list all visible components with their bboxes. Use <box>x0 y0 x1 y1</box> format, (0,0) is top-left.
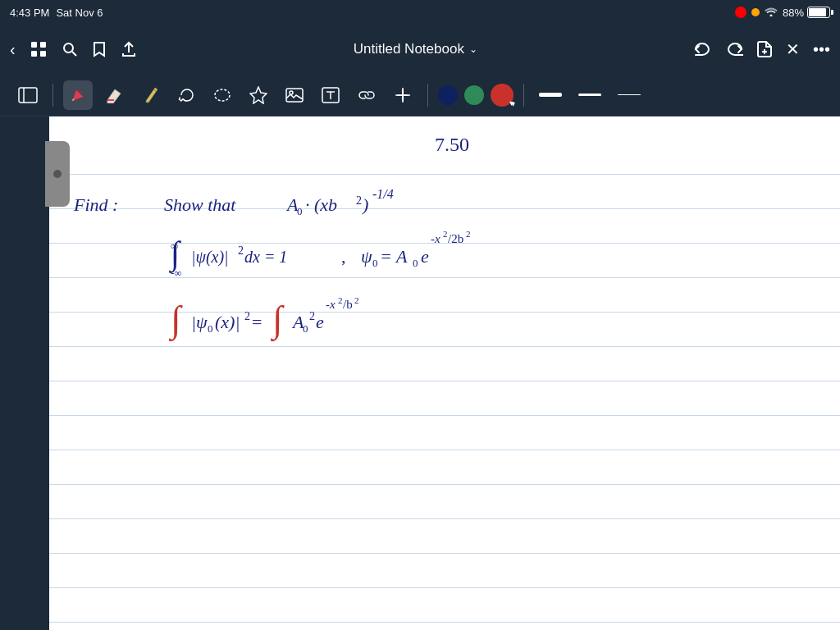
svg-text:2: 2 <box>244 310 250 322</box>
svg-text:=: = <box>252 312 262 332</box>
svg-text:∞: ∞ <box>171 240 178 252</box>
sidebar-toggle-button[interactable] <box>13 80 43 110</box>
svg-rect-1 <box>40 42 46 48</box>
svg-text:-1/4: -1/4 <box>372 187 394 201</box>
status-bar-left: 4:43 PM Sat Nov 6 <box>10 7 103 19</box>
date: Sat Nov 6 <box>56 7 103 19</box>
selection-tool-button[interactable] <box>208 80 237 110</box>
bookmark-button[interactable] <box>93 41 106 57</box>
separator-1 <box>52 84 53 107</box>
title-dropdown-icon[interactable]: ⌄ <box>469 43 477 55</box>
stroke-thin-button[interactable] <box>613 91 646 99</box>
svg-rect-0 <box>31 42 37 48</box>
svg-text:0: 0 <box>413 257 418 269</box>
toolbar-right: ✕ ••• <box>694 39 830 59</box>
svg-text:|ψ: |ψ <box>191 312 208 332</box>
status-bar-right: 88% <box>735 7 830 19</box>
close-button[interactable]: ✕ <box>786 39 800 59</box>
status-bar: 4:43 PM Sat Nov 6 88% <box>0 0 840 25</box>
svg-marker-14 <box>250 87 267 103</box>
eraser-tool-button[interactable] <box>99 80 129 110</box>
svg-point-4 <box>64 43 73 52</box>
battery-percent: 88% <box>783 7 804 19</box>
svg-text:2: 2 <box>309 310 315 322</box>
record-dot-icon <box>735 7 746 18</box>
svg-text:2: 2 <box>356 194 362 207</box>
stroke-thick-button[interactable] <box>534 89 567 100</box>
svg-line-5 <box>72 52 76 56</box>
redo-button[interactable] <box>725 42 743 57</box>
notebook-page: 7.50 Find : Show that A 0 · (xb 2 ) -1/4… <box>49 116 840 630</box>
dark-blue-color-swatch[interactable] <box>438 85 458 105</box>
battery-icon <box>807 7 830 18</box>
svg-text:2: 2 <box>466 229 471 239</box>
search-button[interactable] <box>62 41 78 57</box>
lasso-tool-button[interactable] <box>171 80 201 110</box>
battery: 88% <box>783 7 830 19</box>
side-handle[interactable] <box>45 141 70 207</box>
grid-button[interactable] <box>30 41 47 57</box>
separator-2 <box>427 84 428 107</box>
orange-dot-icon <box>751 8 760 16</box>
svg-text:-∞: -∞ <box>171 267 182 279</box>
svg-text:|ψ(x)|: |ψ(x)| <box>191 248 229 267</box>
svg-text:): ) <box>361 194 368 215</box>
svg-text:7.50: 7.50 <box>435 134 469 155</box>
tool-row: ▾ <box>0 74 840 116</box>
svg-text:Show that: Show that <box>164 194 236 215</box>
svg-text:dx = 1: dx = 1 <box>244 248 287 266</box>
notebook-title: Untitled Notebook <box>354 41 464 57</box>
notebook-area: 7.50 Find : Show that A 0 · (xb 2 ) -1/4… <box>0 116 840 630</box>
toolbar-left: ‹ <box>10 40 137 59</box>
green-color-swatch[interactable] <box>464 85 484 105</box>
undo-button[interactable] <box>694 42 712 57</box>
svg-text:· (xb: · (xb <box>305 194 337 215</box>
svg-text:-x: -x <box>326 298 336 311</box>
svg-text:ψ: ψ <box>361 246 372 267</box>
svg-text:(x)|: (x)| <box>215 312 240 332</box>
time: 4:43 PM <box>10 7 49 19</box>
pencil-tool-button[interactable] <box>135 80 165 110</box>
svg-point-13 <box>215 89 230 101</box>
svg-text:e: e <box>421 246 429 267</box>
wifi-icon <box>765 7 778 19</box>
svg-text:0: 0 <box>303 322 308 335</box>
svg-text:∫: ∫ <box>270 299 285 342</box>
sparkle-tool-button[interactable] <box>388 80 418 110</box>
svg-text:2: 2 <box>354 295 359 305</box>
svg-text:Find :: Find : <box>73 194 118 215</box>
svg-text:2: 2 <box>443 229 448 239</box>
add-page-button[interactable] <box>756 40 773 58</box>
image-tool-button[interactable] <box>280 80 309 110</box>
svg-text:/2b: /2b <box>448 232 463 245</box>
svg-text:/b: /b <box>343 298 353 311</box>
pen-tool-button[interactable] <box>63 80 93 110</box>
back-button[interactable]: ‹ <box>10 40 16 59</box>
svg-text:0: 0 <box>208 322 213 335</box>
text-tool-button[interactable] <box>316 80 345 110</box>
svg-text:,: , <box>341 246 346 267</box>
red-color-dropdown[interactable]: ▾ <box>491 84 514 107</box>
svg-text:e: e <box>316 312 324 332</box>
svg-rect-8 <box>19 88 37 103</box>
svg-text:0: 0 <box>297 205 303 217</box>
svg-point-20 <box>53 170 62 178</box>
svg-text:∫: ∫ <box>168 299 183 342</box>
svg-text:-x: -x <box>431 232 441 245</box>
svg-text:2: 2 <box>338 295 343 305</box>
link-tool-button[interactable] <box>352 80 381 110</box>
toolbar-center: Untitled Notebook ⌄ <box>354 41 477 57</box>
stroke-medium-button[interactable] <box>573 90 606 99</box>
highlighter-tool-button[interactable] <box>244 80 273 110</box>
separator-3 <box>523 84 524 107</box>
svg-text:0: 0 <box>372 257 378 269</box>
svg-rect-3 <box>40 51 46 57</box>
svg-rect-2 <box>31 51 37 57</box>
svg-text:2: 2 <box>238 244 244 257</box>
share-button[interactable] <box>121 41 137 57</box>
handwritten-content: 7.50 Find : Show that A 0 · (xb 2 ) -1/4… <box>49 116 840 630</box>
svg-text:= A: = A <box>380 246 408 267</box>
main-toolbar: ‹ Untitled Notebook <box>0 25 840 74</box>
more-options-button[interactable]: ••• <box>813 40 830 59</box>
